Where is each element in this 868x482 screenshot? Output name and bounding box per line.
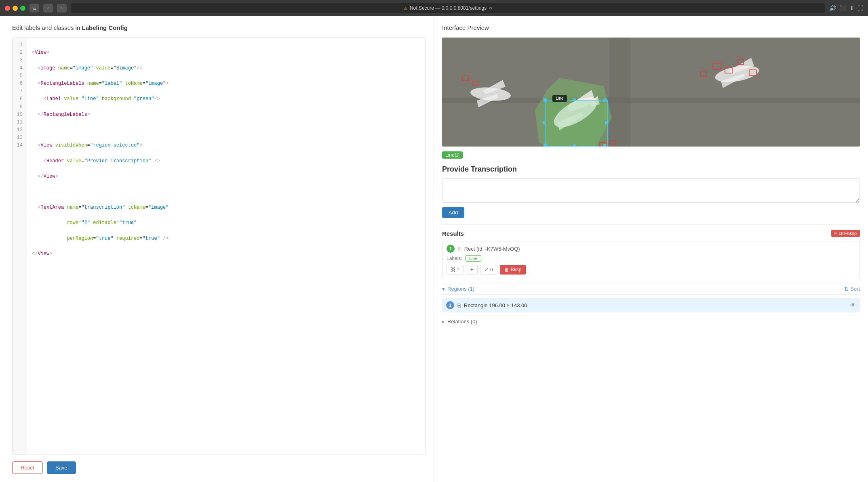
extensions-icon: ⬛	[839, 5, 846, 11]
svg-rect-20	[573, 145, 576, 147]
label-badge-num: [1]	[455, 153, 459, 157]
result-actions: ⛓ r + ⤢ u 🗑 Bksp	[447, 265, 855, 275]
browser-toolbar: 🔊 ⬛ ⬇ ⛶	[829, 5, 863, 11]
result-item-header: 1 ⎘ Rect (id: -K7W5-MvOQ)	[447, 245, 855, 253]
regions-title: Regions (1)	[447, 286, 474, 292]
reset-button[interactable]: Reset	[12, 461, 43, 474]
address-text: Not Secure — 0.0.0.0:8081/settings	[410, 5, 487, 11]
line-numbers: 1 2 3 4 5 6 7 8 9 10 11 12 13 14	[13, 38, 27, 455]
svg-rect-2	[609, 38, 630, 147]
close-button[interactable]	[5, 6, 10, 11]
link-icon: ⛓	[451, 267, 456, 272]
maximize-button[interactable]	[20, 6, 25, 11]
back-button[interactable]: ‹	[43, 4, 53, 13]
results-header: Results ⎘ ctrl+bksp	[442, 230, 860, 237]
scene-svg: Line	[442, 38, 860, 147]
address-bar[interactable]: ⚠ Not Secure — 0.0.0.0:8081/settings ↻	[71, 3, 825, 13]
right-panel: Interface Preview	[434, 16, 868, 482]
eye-icon: 👁	[850, 302, 856, 308]
results-title: Results	[442, 230, 464, 237]
label-badge-text: Line	[445, 152, 455, 158]
copy-button[interactable]: ⎘ ctrl+bksp	[831, 230, 860, 237]
regions-toggle[interactable]: ▾ Regions (1)	[442, 286, 474, 292]
fullscreen-icon: ⛶	[857, 5, 863, 11]
region-icon: ⎘	[457, 302, 461, 308]
region-row: 1 ⎘ Rectangle 196.00 × 143.00 👁	[442, 298, 860, 312]
aerial-image: Line	[442, 38, 860, 147]
result-type-text: Rect (id: -K7W5-MvOQ)	[464, 246, 520, 252]
sort-label: Sort	[850, 286, 860, 292]
move-button[interactable]: ⤢ u	[480, 265, 497, 275]
visibility-button[interactable]: 👁	[850, 302, 856, 308]
region-text: Rectangle 196.00 × 143.00	[464, 302, 847, 308]
copy-small-icon: ⎘	[458, 246, 461, 252]
image-preview: Line	[442, 38, 860, 147]
relations-section: ▸ Relations (0)	[442, 316, 860, 327]
minimize-button[interactable]	[13, 6, 18, 11]
results-section: Results ⎘ ctrl+bksp 1 ⎘ Rect (id: -K7W5-…	[442, 224, 860, 327]
preview-title: Interface Preview	[442, 24, 860, 31]
plus-label: +	[470, 267, 473, 272]
label-badge: Line[1]	[442, 151, 463, 159]
browser-chrome: ☰ ‹ › ⚠ Not Secure — 0.0.0.0:8081/settin…	[0, 0, 868, 16]
chevron-right-icon: ▸	[442, 319, 445, 325]
editor-actions: Reset Save	[12, 461, 426, 474]
add-relation-button[interactable]: +	[466, 265, 478, 275]
code-textarea[interactable]: <View> <Image name="image" value="$image…	[27, 38, 425, 455]
refresh-icon: ↻	[489, 6, 492, 10]
regions-header: ▾ Regions (1) ⇅ Sort	[442, 283, 860, 295]
forward-button[interactable]: ›	[57, 4, 67, 13]
sort-icon: ⇅	[844, 286, 849, 292]
delete-label: Bksp	[511, 267, 522, 272]
svg-rect-19	[573, 98, 576, 101]
label-badge-container: Line[1]	[442, 151, 860, 162]
relations-title: Relations (0)	[447, 319, 477, 325]
copy-label: ctrl+bksp	[839, 231, 857, 236]
svg-text:Line: Line	[556, 96, 564, 101]
svg-rect-15	[544, 98, 547, 102]
labels-prefix: Labels:	[447, 256, 462, 261]
svg-rect-16	[603, 98, 607, 102]
result-item: 1 ⎘ Rect (id: -K7W5-MvOQ) Labels: Line ⛓…	[442, 241, 860, 278]
sort-button[interactable]: ⇅ Sort	[844, 286, 860, 292]
labels-row: Labels: Line	[447, 255, 855, 262]
regions-section: ▾ Regions (1) ⇅ Sort 1 ⎘ Rectangle 196.0…	[442, 283, 860, 312]
download-icon: ⬇	[849, 5, 854, 11]
region-number: 1	[446, 301, 454, 309]
volume-icon: 🔊	[829, 5, 836, 11]
svg-rect-22	[605, 121, 607, 124]
link-button[interactable]: ⛓ r	[447, 265, 463, 275]
link-label: r	[457, 267, 459, 272]
chevron-down-icon: ▾	[442, 286, 445, 292]
transcription-header: Provide Transcription	[442, 165, 860, 174]
add-button[interactable]: Add	[442, 207, 464, 218]
move-icon: ⤢	[485, 267, 489, 272]
move-label: u	[490, 267, 493, 272]
delete-icon: 🗑	[504, 267, 509, 272]
traffic-lights	[5, 6, 25, 11]
sidebar-toggle-button[interactable]: ☰	[29, 4, 39, 13]
page-content: Edit labels and classes in Labeling Conf…	[0, 16, 868, 482]
left-panel: Edit labels and classes in Labeling Conf…	[0, 16, 434, 482]
result-type: ⎘ Rect (id: -K7W5-MvOQ)	[458, 246, 520, 252]
editor-title: Edit labels and classes in Labeling Conf…	[12, 24, 426, 31]
code-editor[interactable]: 1 2 3 4 5 6 7 8 9 10 11 12 13 14 <View> …	[12, 38, 426, 455]
transcription-input[interactable]	[442, 178, 860, 203]
delete-button[interactable]: 🗑 Bksp	[500, 265, 526, 275]
copy-icon: ⎘	[834, 231, 837, 236]
nav-buttons: ☰	[29, 4, 39, 13]
save-button[interactable]: Save	[47, 461, 76, 474]
result-number: 1	[447, 245, 455, 253]
svg-rect-21	[543, 121, 545, 124]
svg-rect-14	[545, 100, 608, 147]
svg-rect-17	[544, 144, 547, 147]
warning-icon: ⚠	[404, 6, 407, 10]
label-chip: Line	[466, 255, 481, 262]
relations-header: ▸ Relations (0)	[442, 316, 860, 327]
